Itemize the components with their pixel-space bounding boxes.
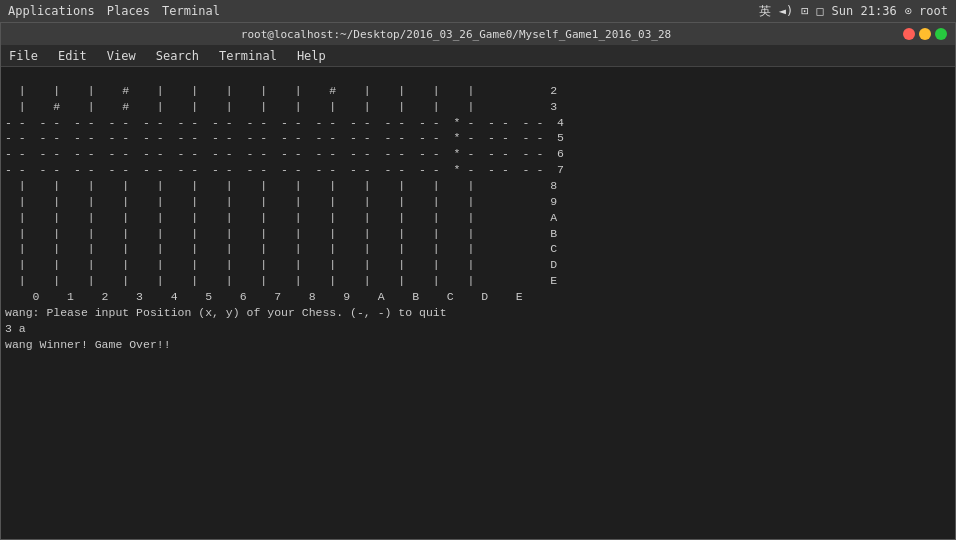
network-icon: □ <box>816 4 823 18</box>
volume-icon: ◄) <box>779 4 793 18</box>
system-bar-left: Applications Places Terminal <box>8 4 220 18</box>
menu-help[interactable]: Help <box>293 47 330 65</box>
window-controls[interactable] <box>903 28 947 40</box>
menu-terminal[interactable]: Terminal <box>215 47 281 65</box>
minimize-button[interactable] <box>919 28 931 40</box>
applications-menu[interactable]: Applications <box>8 4 95 18</box>
chess-board-display: | | | # | | | | | # | | | | 2 | # | # | … <box>1 67 955 368</box>
close-button[interactable] <box>903 28 915 40</box>
system-bar: Applications Places Terminal 英 ◄) ⊡ □ Su… <box>0 0 956 22</box>
menu-edit[interactable]: Edit <box>54 47 91 65</box>
clock: Sun 21:36 <box>832 4 897 18</box>
menu-file[interactable]: File <box>5 47 42 65</box>
system-bar-right: 英 ◄) ⊡ □ Sun 21:36 ⊙ root <box>759 3 948 20</box>
battery-icon: ⊡ <box>801 4 808 18</box>
terminal-menu[interactable]: Terminal <box>162 4 220 18</box>
terminal-window: root@localhost:~/Desktop/2016_03_26_Game… <box>0 22 956 540</box>
places-menu[interactable]: Places <box>107 4 150 18</box>
user-indicator: ⊙ root <box>905 4 948 18</box>
title-text: root@localhost:~/Desktop/2016_03_26_Game… <box>9 28 903 41</box>
title-bar: root@localhost:~/Desktop/2016_03_26_Game… <box>1 23 955 45</box>
menu-search[interactable]: Search <box>152 47 203 65</box>
menu-bar: File Edit View Search Terminal Help <box>1 45 955 67</box>
terminal-content[interactable]: | | | # | | | | | # | | | | 2 | # | # | … <box>1 67 955 539</box>
maximize-button[interactable] <box>935 28 947 40</box>
menu-view[interactable]: View <box>103 47 140 65</box>
keyboard-indicator: 英 <box>759 3 771 20</box>
